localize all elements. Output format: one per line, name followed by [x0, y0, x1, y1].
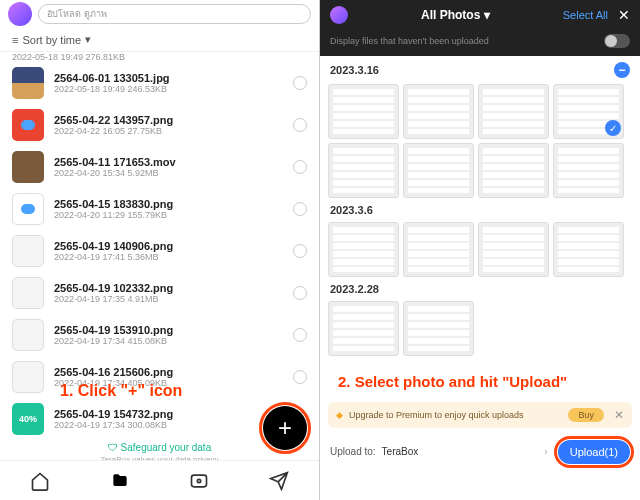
close-banner-icon[interactable]: ✕ [614, 408, 624, 422]
sort-icon: ≡ [12, 34, 18, 46]
sort-toggle[interactable]: ≡ Sort by time ▾ [0, 28, 319, 52]
file-thumb [12, 67, 44, 99]
select-radio[interactable] [293, 244, 307, 258]
photo-thumb[interactable] [478, 222, 549, 277]
photo-thumb[interactable] [328, 301, 399, 356]
photo-thumb[interactable] [328, 222, 399, 277]
chevron-right-icon: › [544, 446, 547, 457]
add-button[interactable]: + [263, 406, 307, 450]
date-header: 2023.3.6 [330, 204, 373, 216]
file-row[interactable]: 2565-04-19 140906.png2022-04-19 17:41 5.… [0, 230, 319, 272]
top-file-meta: 2022-05-18 19:49 276.81KB [0, 52, 319, 62]
select-radio[interactable] [293, 76, 307, 90]
photos-dropdown[interactable]: All Photos ▾ [358, 8, 553, 22]
file-thumb [12, 403, 44, 435]
chevron-down-icon: ▾ [85, 33, 91, 46]
photo-thumb[interactable] [478, 143, 549, 198]
select-radio[interactable] [293, 160, 307, 174]
select-radio[interactable] [293, 286, 307, 300]
date-header: 2023.3.16 [330, 64, 379, 76]
photo-thumb[interactable] [553, 222, 624, 277]
file-row[interactable]: 2565-04-22 143957.png2022-04-22 16:05 27… [0, 104, 319, 146]
file-thumb [12, 319, 44, 351]
svg-point-1 [198, 479, 201, 482]
plus-icon: + [278, 414, 292, 442]
search-input[interactable]: อัปโหลด ดูภาพ [38, 4, 311, 24]
photo-thumb[interactable] [553, 143, 624, 198]
svg-rect-0 [192, 475, 207, 487]
photo-thumb-selected[interactable] [553, 84, 624, 139]
home-icon[interactable] [30, 471, 50, 491]
photo-thumb[interactable] [403, 84, 474, 139]
photo-grid [328, 222, 632, 277]
close-icon[interactable]: ✕ [618, 7, 630, 23]
photo-thumb[interactable] [328, 84, 399, 139]
premium-banner: ◆ Upgrade to Premium to enjoy quick uplo… [328, 402, 632, 428]
file-row[interactable]: 2565-04-19 102332.png2022-04-19 17:35 4.… [0, 272, 319, 314]
file-row[interactable]: 2565-04-19 153910.png2022-04-19 17:34 41… [0, 314, 319, 356]
select-radio[interactable] [293, 328, 307, 342]
share-icon[interactable] [269, 471, 289, 491]
photo-thumb[interactable] [403, 222, 474, 277]
file-thumb [12, 109, 44, 141]
filter-toggle[interactable] [604, 34, 630, 48]
file-thumb [12, 193, 44, 225]
avatar[interactable] [8, 2, 32, 26]
diamond-icon: ◆ [336, 410, 343, 420]
buy-button[interactable]: Buy [568, 408, 604, 422]
callout-1: 1. Click "+" icon [60, 382, 182, 400]
file-row[interactable]: 2565-04-15 183830.png2022-04-20 11:29 15… [0, 188, 319, 230]
gallery-icon[interactable] [189, 471, 209, 491]
sort-label: Sort by time [22, 34, 81, 46]
select-radio[interactable] [293, 202, 307, 216]
select-radio[interactable] [293, 370, 307, 384]
annotation-ring [554, 436, 634, 468]
file-thumb [12, 151, 44, 183]
upload-to-label: Upload to: [330, 446, 376, 457]
bottom-nav [0, 460, 319, 500]
file-list: 2564-06-01 133051.jpg2022-05-18 19:49 24… [0, 62, 319, 462]
date-header: 2023.2.28 [330, 283, 379, 295]
select-all-button[interactable]: Select All [563, 9, 608, 21]
upload-button[interactable]: Upload(1) [558, 440, 630, 464]
file-row[interactable]: 2565-04-11 171653.mov2022-04-20 15:34 5.… [0, 146, 319, 188]
upload-destination[interactable]: TeraBox [382, 446, 419, 457]
photo-thumb[interactable] [403, 143, 474, 198]
filter-label: Display files that haven't been uploaded [330, 36, 489, 46]
photo-grid [328, 84, 632, 198]
file-thumb [12, 277, 44, 309]
callout-2: 2. Select photo and hit "Upload" [320, 366, 640, 398]
photo-thumb[interactable] [478, 84, 549, 139]
file-thumb [12, 361, 44, 393]
file-row[interactable]: 2564-06-01 133051.jpg2022-05-18 19:49 24… [0, 62, 319, 104]
avatar[interactable] [330, 6, 348, 24]
select-radio[interactable] [293, 118, 307, 132]
photo-thumb[interactable] [403, 301, 474, 356]
photo-thumb[interactable] [328, 143, 399, 198]
deselect-icon[interactable]: − [614, 62, 630, 78]
photo-grid [328, 301, 632, 356]
files-icon[interactable] [110, 471, 130, 491]
file-thumb [12, 235, 44, 267]
